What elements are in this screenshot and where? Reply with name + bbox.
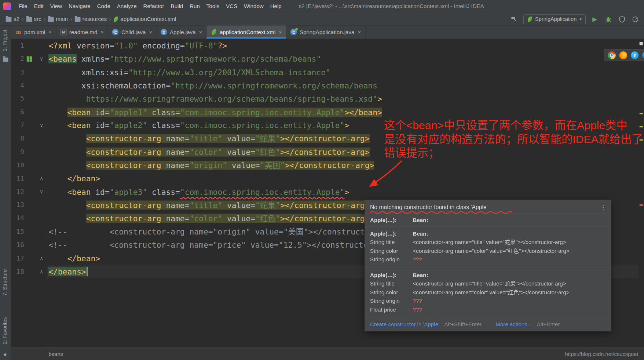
tooltip-groups: Apple(…):Bean:String title<constructor-a… [365, 226, 611, 318]
close-tab-icon[interactable]: × [48, 29, 52, 35]
line-number[interactable]: 3 [11, 66, 24, 79]
stripe-mark[interactable] [640, 113, 643, 114]
profiler-button[interactable] [631, 15, 640, 24]
close-tab-icon[interactable]: × [199, 29, 202, 35]
line-number[interactable]: 2 [11, 52, 24, 66]
line-number[interactable]: 11 [11, 172, 24, 185]
favorites-star-icon[interactable]: ★ [3, 351, 8, 357]
firefox-icon[interactable] [619, 51, 627, 59]
xml-breadcrumb-beans[interactable]: beans [48, 351, 63, 357]
code-line[interactable]: xsi:schemaLocation="http://www.springfra… [47, 79, 639, 92]
code-line[interactable]: <beans xmlns="http://www.springframework… [47, 52, 639, 66]
edge-icon[interactable] [643, 51, 644, 59]
line-number[interactable]: 9 [11, 145, 24, 159]
code-line[interactable]: <?xml version="1.0" encoding="UTF-8"?> [47, 39, 639, 52]
tab-readme-md[interactable]: readme.md× [56, 25, 108, 39]
close-tab-icon[interactable]: × [358, 29, 361, 35]
breadcrumb-separator-icon: › [22, 16, 24, 22]
menu-help[interactable]: Help [267, 0, 285, 13]
idea-logo-icon[interactable] [3, 3, 11, 10]
close-tab-icon[interactable]: × [149, 29, 152, 35]
code-line[interactable]: <bean id="apple1" class="com.imooc.sprin… [47, 105, 639, 119]
stripe-error-mark[interactable] [640, 204, 643, 206]
coverage-button[interactable] [617, 15, 626, 24]
menu-navigate[interactable]: Navigate [65, 0, 94, 13]
menu-vcs[interactable]: VCS [223, 0, 241, 13]
run-button[interactable]: ▶ [590, 15, 599, 24]
tab-pom-xml[interactable]: pom.xml× [11, 25, 56, 39]
fold-marker-icon[interactable]: ∧ [40, 252, 43, 265]
menu-file[interactable]: File [15, 0, 30, 13]
open-in-browser-popup [604, 49, 644, 61]
line-number[interactable]: 6 [11, 105, 24, 119]
line-number[interactable]: 16 [11, 239, 24, 252]
code-line[interactable]: xmlns:xsi="http://www.w3.org/2001/XMLSch… [47, 66, 639, 79]
fold-marker-icon[interactable]: ∨ [40, 52, 43, 66]
tooltip-footer: Create constructor in 'Apple' Alt+Shift+… [365, 318, 611, 331]
breadcrumb-src[interactable]: src [25, 16, 42, 22]
code-line[interactable]: <bean id="apple3" class="com.imooc.sprin… [47, 185, 639, 199]
menu-run[interactable]: Run [186, 0, 203, 13]
code-line[interactable]: <constructor-arg name="origin" value="美国… [47, 159, 639, 172]
line-number[interactable]: 18 [11, 265, 24, 278]
menu-build[interactable]: Build [168, 0, 187, 13]
line-number[interactable]: 12 [11, 185, 24, 199]
code-line[interactable]: </bean> [47, 172, 639, 185]
menu-tools[interactable]: Tools [203, 0, 223, 13]
tool-button-favorites[interactable]: 2: Favorites [2, 317, 8, 344]
chrome-icon[interactable] [608, 51, 615, 59]
inspection-indicator-icon[interactable] [640, 42, 643, 45]
code-line[interactable]: https://www.springframework.org/schema/b… [47, 92, 639, 105]
close-tab-icon[interactable]: × [279, 29, 282, 35]
tooltip-title: No matching constructor found in class '… [370, 204, 488, 210]
line-number[interactable]: 15 [11, 225, 24, 238]
breadcrumb-applicationcontext-xml[interactable]: applicationContext.xml [113, 16, 177, 22]
line-number[interactable]: 14 [11, 212, 24, 225]
run-configuration-select[interactable]: SpringApplication ▾ [523, 14, 586, 24]
tool-button-project[interactable]: 1: Project [2, 30, 8, 51]
markdown-file-icon [60, 29, 67, 35]
fold-marker-icon[interactable]: ∧ [40, 265, 43, 278]
close-tab-icon[interactable]: × [100, 29, 104, 35]
menu-refactor[interactable]: Refactor [140, 0, 168, 13]
line-number[interactable]: 10 [11, 159, 24, 172]
line-number[interactable]: 8 [11, 132, 24, 145]
more-actions-link[interactable]: More actions... [495, 321, 532, 328]
fold-marker-icon[interactable]: ∨ [40, 185, 43, 199]
tab-springapplication-java[interactable]: SpringApplication.java× [286, 25, 365, 39]
create-constructor-link[interactable]: Create constructor in 'Apple' [370, 321, 439, 328]
menu-analyze[interactable]: Analyze [114, 0, 140, 13]
tooltip-row: String origin??? [365, 297, 611, 306]
editor-tabs: pom.xml×readme.md×Child.java×Apple.java×… [11, 25, 644, 39]
menu-edit[interactable]: Edit [31, 0, 47, 13]
tooltip-group: Apple(…):Bean:String title<constructor-a… [365, 226, 611, 268]
more-options-icon[interactable]: ⋮ [600, 203, 607, 211]
tab-applicationcontext-xml[interactable]: applicationContext.xml× [206, 25, 286, 39]
tab-child-java[interactable]: Child.java× [108, 25, 157, 39]
menu-view[interactable]: View [47, 0, 65, 13]
build-hammer-icon[interactable] [510, 15, 519, 24]
red-annotation: 这个<bean>中只设置了两个参数，而在Apple类中是没有对应的构造方法的；所… [384, 119, 643, 160]
breadcrumb-main[interactable]: main [47, 16, 69, 22]
tab-apple-java[interactable]: Apple.java× [157, 25, 206, 39]
line-number[interactable]: 5 [11, 92, 24, 105]
bean-gutter-icon[interactable] [27, 57, 29, 59]
breadcrumb-s2[interactable]: s2 [5, 16, 20, 22]
error-stripe[interactable] [638, 39, 644, 347]
breadcrumb-separator-icon: › [44, 16, 45, 22]
fold-marker-icon[interactable]: ∨ [40, 119, 43, 132]
debug-button[interactable] [604, 15, 613, 24]
internet-explorer-icon[interactable] [631, 51, 638, 59]
line-number[interactable]: 13 [11, 199, 24, 212]
menu-code[interactable]: Code [94, 0, 114, 13]
line-number[interactable]: 7 [11, 119, 24, 132]
fold-marker-icon[interactable]: ∧ [40, 172, 43, 185]
gutter-line: 2∨ [11, 52, 47, 66]
line-number[interactable]: 4 [11, 79, 24, 92]
tool-button-structure[interactable]: 7: Structure [2, 269, 8, 296]
line-number[interactable]: 1 [11, 39, 24, 52]
project-folder-icon[interactable] [3, 58, 8, 62]
menu-window[interactable]: Window [241, 0, 267, 13]
line-number[interactable]: 17 [11, 252, 24, 265]
breadcrumb-resources[interactable]: resources [74, 16, 107, 22]
